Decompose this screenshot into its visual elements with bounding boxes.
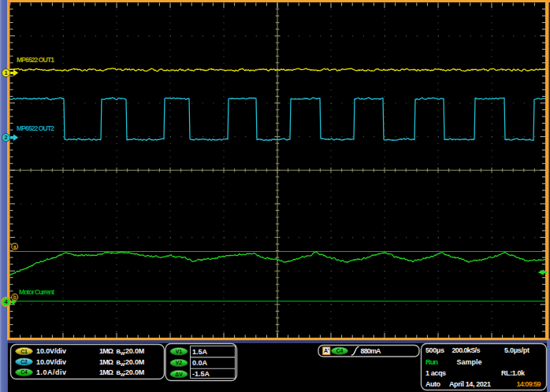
- svg-text:Sample: Sample: [457, 358, 482, 366]
- svg-text:10.0V/div: 10.0V/div: [36, 347, 66, 355]
- svg-text:RL:1.0k: RL:1.0k: [501, 369, 526, 377]
- svg-text:2: 2: [5, 134, 8, 141]
- svg-text:ΔV: ΔV: [175, 372, 183, 377]
- svg-text:200.0kS/s: 200.0kS/s: [452, 346, 481, 354]
- svg-text:A’: A’: [324, 348, 329, 353]
- svg-text:0.0A: 0.0A: [192, 359, 208, 367]
- svg-text:C4: C4: [336, 348, 344, 353]
- svg-text:C2: C2: [20, 359, 28, 364]
- svg-text:-1.5A: -1.5A: [192, 370, 210, 378]
- svg-text::20.0M: :20.0M: [123, 368, 144, 376]
- svg-text:500μs: 500μs: [426, 346, 444, 354]
- svg-text:Motor Current: Motor Current: [19, 288, 54, 296]
- svg-text:Auto: Auto: [426, 380, 441, 388]
- svg-text:Run: Run: [426, 358, 438, 366]
- svg-text:C4: C4: [20, 369, 28, 375]
- svg-text:1MΩ: 1MΩ: [99, 347, 113, 355]
- svg-text:1: 1: [5, 69, 8, 76]
- svg-text:b: b: [13, 294, 17, 300]
- svg-text:880mA: 880mA: [361, 347, 382, 355]
- svg-text:1.0A/div: 1.0A/div: [36, 368, 66, 376]
- svg-text:MP6522 OUT2: MP6522 OUT2: [17, 124, 54, 132]
- svg-text:C1: C1: [20, 349, 28, 354]
- svg-text:April 14, 2021: April 14, 2021: [449, 380, 491, 388]
- svg-text:a: a: [13, 244, 17, 250]
- svg-text:14:09:59: 14:09:59: [517, 380, 541, 388]
- svg-text:MP6522 OUT1: MP6522 OUT1: [17, 56, 54, 64]
- svg-text:10.0V/div: 10.0V/div: [36, 358, 66, 366]
- svg-text:5.0μs/pt: 5.0μs/pt: [504, 346, 530, 354]
- svg-text:1MΩ: 1MΩ: [99, 368, 113, 376]
- svg-text:V2: V2: [176, 360, 183, 365]
- svg-text::20.0M: :20.0M: [123, 358, 144, 366]
- svg-text:1 acqs: 1 acqs: [426, 369, 446, 377]
- svg-text:1.5A: 1.5A: [192, 348, 208, 356]
- svg-text:V1: V1: [176, 349, 183, 354]
- svg-text:1MΩ: 1MΩ: [99, 358, 113, 366]
- svg-text::20.0M: :20.0M: [123, 347, 144, 355]
